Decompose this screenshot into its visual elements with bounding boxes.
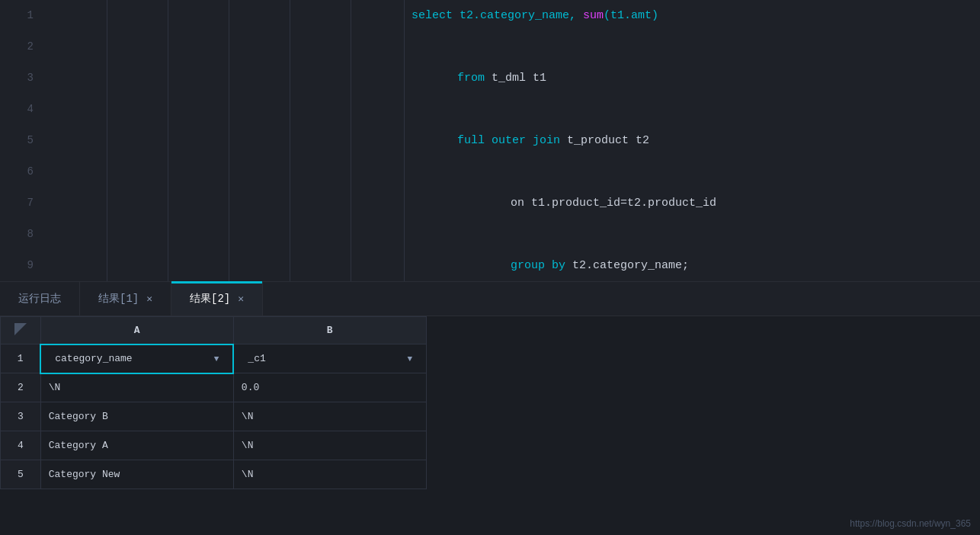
- tabs-bar: 运行日志 结果[1] ✕ 结果[2] ✕: [0, 282, 980, 316]
- tab-result-1[interactable]: 结果[1] ✕: [80, 281, 171, 316]
- cell-2-a[interactable]: \N: [40, 373, 233, 402]
- tab-result-2-close[interactable]: ✕: [238, 293, 244, 305]
- cell-5-b[interactable]: \N: [233, 460, 426, 489]
- tab-result-2-label: 结果[2]: [190, 292, 230, 306]
- code-line-5: full outer join t_product t2: [412, 125, 980, 156]
- line-number-3: 3: [0, 62, 34, 94]
- cell-4-b-value: \N: [242, 440, 254, 451]
- code-from: from: [457, 62, 485, 94]
- footer-url: https://blog.csdn.net/wyn_365: [850, 518, 971, 529]
- cell-3-a[interactable]: Category B: [40, 402, 233, 431]
- row-num-2: 2: [1, 373, 41, 402]
- row-num-5: 5: [1, 460, 41, 489]
- row-num-header: [1, 317, 41, 344]
- cell-4-b[interactable]: \N: [233, 431, 426, 460]
- code-editor: 1 2 3 4 5 6 7 8 9 select t2.category_nam…: [0, 0, 980, 282]
- table-row: 3 Category B \N: [1, 402, 427, 431]
- code-on: on t1.product_id=t2.product_id: [511, 187, 716, 219]
- col-b-header: B: [233, 317, 426, 344]
- cell-5-a-value: Category New: [49, 469, 120, 480]
- row-num-1: 1: [1, 344, 41, 373]
- line-number-8: 8: [0, 219, 34, 250]
- cell-3-b-value: \N: [242, 411, 254, 422]
- line-number-4: 4: [0, 94, 34, 125]
- code-group-by-col: t2.category_name;: [565, 250, 689, 281]
- code-from-table: t_dml t1: [485, 62, 546, 94]
- tab-result-1-close[interactable]: ✕: [146, 293, 152, 305]
- table-row: 4 Category A \N: [1, 431, 427, 460]
- line-number-2: 2: [0, 31, 34, 62]
- tab-run-log[interactable]: 运行日志: [0, 281, 80, 316]
- tab-run-log-label: 运行日志: [18, 292, 61, 306]
- cell-4-a-value: Category A: [49, 440, 108, 451]
- cell-4-a[interactable]: Category A: [40, 431, 233, 460]
- line-number-1: 1: [0, 0, 34, 31]
- table-row: 2 \N 0.0: [1, 373, 427, 402]
- code-line-1: select t2.category_name, sum(t1.amt): [412, 0, 980, 31]
- code-content: select t2.category_name, sum(t1.amt) fro…: [412, 0, 980, 281]
- col-a-dropdown-icon[interactable]: ▼: [214, 354, 219, 364]
- row-num-3: 3: [1, 402, 41, 431]
- code-sum-args: (t1.amt): [604, 0, 658, 31]
- table-row: 1 category_name ▼ _c1 ▼: [1, 344, 427, 373]
- cell-1-a-value: category_name: [55, 353, 132, 364]
- code-line-7: on t1.product_id=t2.product_id: [412, 187, 980, 219]
- result-table: A B 1 category_name ▼ _c1: [0, 316, 427, 489]
- line-numbers: 1 2 3 4 5 6 7 8 9: [0, 0, 46, 281]
- col-b-dropdown-icon[interactable]: ▼: [407, 354, 412, 364]
- table-container: A B 1 category_name ▼ _c1: [0, 316, 980, 535]
- row-num-4: 4: [1, 431, 41, 460]
- code-line-4: [412, 94, 980, 125]
- table-header-row: A B: [1, 317, 427, 344]
- code-sum: sum: [583, 0, 604, 31]
- cell-1-a[interactable]: category_name ▼: [40, 344, 233, 373]
- svg-marker-0: [14, 323, 27, 335]
- guide-lines-area: [46, 0, 412, 281]
- cell-5-b-value: \N: [242, 469, 254, 480]
- table-row: 5 Category New \N: [1, 460, 427, 489]
- code-group-by: group by: [511, 250, 565, 281]
- cell-3-a-value: Category B: [49, 411, 108, 422]
- line-number-7: 7: [0, 187, 34, 219]
- code-select: select t2.category_name,: [412, 0, 583, 31]
- line-number-9: 9: [0, 250, 34, 281]
- cell-2-b-value: 0.0: [242, 382, 259, 393]
- line-number-5: 5: [0, 125, 34, 156]
- cell-1-b[interactable]: _c1 ▼: [233, 344, 426, 373]
- tab-result-1-label: 结果[1]: [98, 292, 139, 306]
- code-line-3: from t_dml t1: [412, 62, 980, 94]
- code-join: full outer join: [457, 125, 560, 156]
- code-line-6: [412, 156, 980, 187]
- code-line-9: group by t2.category_name;: [412, 250, 980, 281]
- tab-result-2[interactable]: 结果[2] ✕: [171, 281, 263, 316]
- code-line-2: [412, 31, 980, 62]
- cell-5-a[interactable]: Category New: [40, 460, 233, 489]
- cell-1-b-value: _c1: [248, 353, 265, 364]
- code-line-8: [412, 219, 980, 250]
- cell-3-b[interactable]: \N: [233, 402, 426, 431]
- col-a-header: A: [40, 317, 233, 344]
- bottom-panel: 运行日志 结果[1] ✕ 结果[2] ✕ A B: [0, 282, 980, 535]
- line-number-6: 6: [0, 156, 34, 187]
- code-join-table: t_product t2: [560, 125, 649, 156]
- cell-2-a-value: \N: [49, 382, 61, 393]
- cell-2-b[interactable]: 0.0: [233, 373, 426, 402]
